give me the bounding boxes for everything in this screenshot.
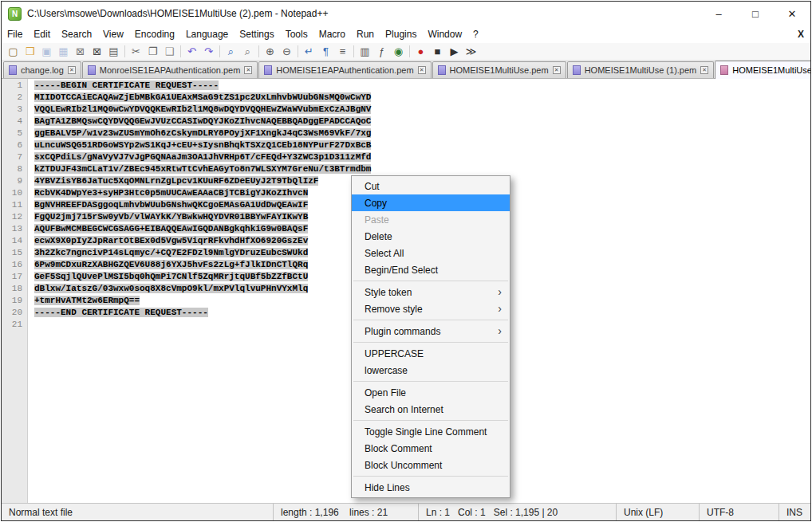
context-menu-item-plugin-commands[interactable]: Plugin commands bbox=[352, 323, 510, 339]
tab-homeise1multiuse-1-pem[interactable]: HOMEISE1MultiUse (1).pem✕ bbox=[567, 61, 715, 78]
code-line[interactable]: BAgTA1ZBMQswCQYDVQQGEwJVUzCCASIwDQYJKoZI… bbox=[34, 116, 810, 128]
save-all-icon: ▦ bbox=[55, 44, 72, 60]
context-menu-item-uppercase[interactable]: UPPERCASE bbox=[352, 345, 510, 362]
context-menu-separator bbox=[353, 320, 508, 320]
status-length-lines: length : 1,196 lines : 21 bbox=[273, 504, 418, 520]
minimize-button[interactable]: – bbox=[700, 2, 737, 26]
context-menu-item-block-uncomment[interactable]: Block Uncomment bbox=[352, 457, 510, 473]
context-menu-item-block-comment[interactable]: Block Comment bbox=[352, 440, 510, 457]
paste-icon[interactable]: ❑ bbox=[161, 44, 178, 60]
menu-macro[interactable]: Macro bbox=[313, 26, 351, 43]
status-doc-type: Normal text file bbox=[2, 504, 273, 520]
tab-homeise1eapauthentication-pem[interactable]: HOMEISE1EAPAuthentication.pem✕ bbox=[258, 61, 431, 78]
tab-change-log[interactable]: change.log✕ bbox=[3, 61, 81, 78]
new-file-icon[interactable]: ▢ bbox=[5, 44, 22, 60]
context-menu-item-hide-lines[interactable]: Hide Lines bbox=[352, 479, 510, 496]
copy-icon[interactable]: ❐ bbox=[144, 44, 161, 60]
context-menu-item-cut[interactable]: Cut bbox=[352, 178, 510, 194]
menu-plugins[interactable]: Plugins bbox=[380, 26, 422, 43]
toolbar-separator bbox=[258, 45, 259, 57]
menu-view[interactable]: View bbox=[97, 26, 129, 43]
stop-macro-icon[interactable]: ■ bbox=[429, 44, 446, 60]
menu-file[interactable]: File bbox=[2, 26, 28, 43]
line-number: 14 bbox=[2, 235, 22, 247]
line-number: 2 bbox=[2, 92, 22, 104]
code-line[interactable]: sxCQPdiLs/gNaVyVJ7vJgPGQNAaJm3OA1JhVRHp6… bbox=[34, 151, 810, 163]
context-menu-item-select-all[interactable]: Select All bbox=[352, 245, 510, 261]
zoom-out-icon[interactable]: ⊖ bbox=[278, 44, 295, 60]
context-menu-item-search-on-internet[interactable]: Search on Internet bbox=[352, 401, 510, 418]
toolbar-separator bbox=[124, 45, 125, 57]
close-file-icon[interactable]: ⊠ bbox=[72, 44, 89, 60]
menu-run[interactable]: Run bbox=[351, 26, 380, 43]
line-number: 5 bbox=[2, 128, 22, 139]
tab-close-icon[interactable]: ✕ bbox=[700, 66, 708, 74]
line-number: 17 bbox=[2, 271, 22, 283]
toolbar-separator bbox=[180, 45, 181, 57]
redo-icon[interactable]: ↷ bbox=[200, 44, 217, 60]
line-number: 10 bbox=[2, 187, 22, 199]
play-macro-icon[interactable]: ▶ bbox=[446, 44, 463, 60]
word-wrap-icon[interactable]: ↵ bbox=[301, 44, 317, 60]
menu-tools[interactable]: Tools bbox=[280, 26, 313, 43]
document-icon bbox=[720, 65, 728, 75]
context-menu-item-delete[interactable]: Delete bbox=[352, 228, 510, 245]
code-line[interactable]: ggEBALV5P/w1v23wZUSmYmOh6zCskymDLRY8POyj… bbox=[34, 128, 810, 139]
run-macro-multiple-icon[interactable]: ≫ bbox=[463, 44, 479, 60]
tab-close-icon[interactable]: ✕ bbox=[553, 66, 561, 74]
monitoring-icon[interactable]: ◉ bbox=[390, 44, 407, 60]
status-bar: Normal text file length : 1,196 lines : … bbox=[2, 503, 810, 520]
code-line[interactable]: MIIDOTCCAiECAQAwZjEbMBkGA1UEAxMSaG9tZS1p… bbox=[34, 92, 810, 104]
document-icon bbox=[438, 65, 446, 75]
context-menu-separator bbox=[353, 476, 508, 477]
replace-icon[interactable]: ⌕ bbox=[239, 44, 256, 60]
context-menu-item-remove-style[interactable]: Remove style bbox=[352, 300, 510, 317]
record-macro-icon[interactable]: ● bbox=[412, 44, 429, 60]
find-icon[interactable]: ⌕ bbox=[223, 44, 239, 60]
context-menu-item-open-file[interactable]: Open File bbox=[352, 384, 510, 401]
context-menu-items: CutCopyPasteDeleteSelect AllBegin/End Se… bbox=[352, 178, 510, 496]
print-icon[interactable]: ▤ bbox=[105, 44, 122, 60]
context-menu-item-begin-end-select[interactable]: Begin/End Select bbox=[352, 261, 510, 278]
close-all-icon[interactable]: ⊠ bbox=[89, 44, 105, 60]
save-icon: ▣ bbox=[38, 44, 55, 60]
tab-close-icon[interactable]: ✕ bbox=[244, 66, 252, 74]
toolbar-separator bbox=[353, 45, 354, 57]
context-menu-item-toggle-single-line-comment[interactable]: Toggle Single Line Comment bbox=[352, 423, 510, 440]
window-controls: – □ ✕ bbox=[700, 2, 810, 26]
menu-encoding[interactable]: Encoding bbox=[129, 26, 180, 43]
tab-monroeise1eapauthentication-pem[interactable]: MonroeISE1EAPAuthentication.pem✕ bbox=[82, 61, 258, 78]
context-menu-item-copy[interactable]: Copy bbox=[352, 194, 510, 211]
menu-settings[interactable]: Settings bbox=[234, 26, 279, 43]
tab-label: HOMEISE1MultiUse (2).pem bbox=[732, 65, 811, 75]
tab-homeise1multiuse-2-pem[interactable]: HOMEISE1MultiUse (2).pem✕ bbox=[715, 61, 811, 79]
document-map-icon[interactable]: ▥ bbox=[357, 44, 373, 60]
tab-close-icon[interactable]: ✕ bbox=[418, 66, 426, 74]
show-all-characters-icon[interactable]: ¶ bbox=[317, 44, 334, 60]
undo-icon[interactable]: ↶ bbox=[183, 44, 200, 60]
open-file-icon[interactable]: ❒ bbox=[22, 44, 38, 60]
menu-search[interactable]: Search bbox=[56, 26, 97, 43]
function-list-icon[interactable]: ƒ bbox=[373, 44, 390, 60]
close-button[interactable]: ✕ bbox=[774, 2, 810, 26]
line-number: 7 bbox=[2, 151, 22, 163]
maximize-button[interactable]: □ bbox=[737, 2, 774, 26]
indent-guide-icon[interactable]: ≡ bbox=[334, 44, 351, 60]
code-line[interactable]: uLncuWSQG51RDGoWSYp2wS1KqJ+cEU+sIysnBhqk… bbox=[34, 139, 810, 151]
menu-window[interactable]: Window bbox=[422, 26, 467, 43]
menu-?[interactable]: ? bbox=[467, 26, 484, 43]
tab-homeise1multiuse-pem[interactable]: HOMEISE1MultiUse.pem✕ bbox=[432, 61, 566, 78]
code-line[interactable]: -----BEGIN CERTIFICATE REQUEST----- bbox=[34, 80, 810, 92]
menubar-close-document-button[interactable]: X bbox=[798, 29, 804, 40]
document-icon bbox=[9, 65, 17, 75]
cut-icon[interactable]: ✂ bbox=[128, 44, 144, 60]
zoom-in-icon[interactable]: ⊕ bbox=[262, 44, 278, 60]
line-number: 6 bbox=[2, 139, 22, 151]
context-menu-item-lowercase[interactable]: lowercase bbox=[352, 362, 510, 379]
code-line[interactable]: kZTDUJF43mCLaT1v/ZBEc945xRtwTtCvhEAGyTo8… bbox=[34, 163, 810, 175]
menu-edit[interactable]: Edit bbox=[28, 26, 56, 43]
menu-language[interactable]: Language bbox=[180, 26, 234, 43]
tab-close-icon[interactable]: ✕ bbox=[68, 66, 76, 74]
code-line[interactable]: VQQLEwRIb2l1MQ0wCwYDVQQKEwRIb2l1MQ8wDQYD… bbox=[34, 104, 810, 116]
context-menu-item-style-token[interactable]: Style token bbox=[352, 284, 510, 300]
